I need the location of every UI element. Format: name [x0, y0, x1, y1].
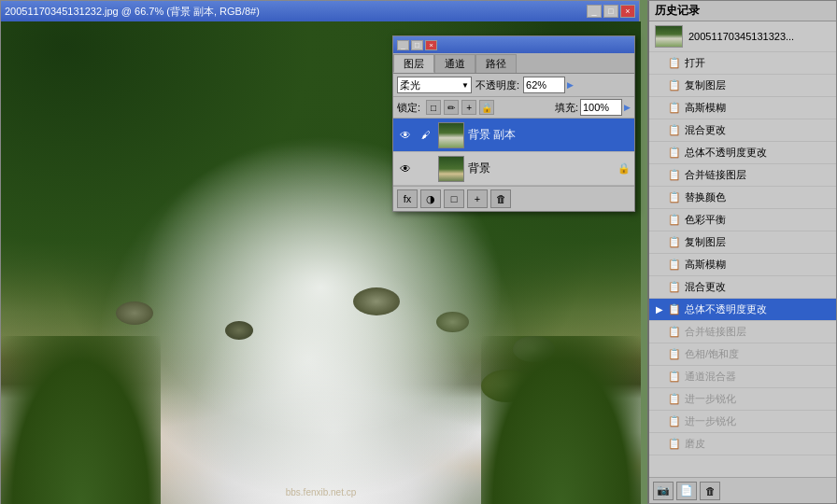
lock-transparency[interactable]: □ — [426, 100, 441, 115]
history-item-15[interactable]: 📋进一步锐化 — [649, 388, 836, 411]
history-delete[interactable]: 🗑 — [700, 482, 720, 500]
history-label-2: 高斯模糊 — [685, 101, 726, 115]
history-label-16: 进一步锐化 — [685, 414, 736, 428]
history-item-17[interactable]: 📋磨皮 — [649, 433, 836, 455]
blend-row: 柔光 ▼ 不透明度: 62% ▶ — [393, 74, 634, 97]
history-bottom-toolbar: 📷 📄 🗑 — [649, 477, 836, 503]
new-group-button[interactable]: □ — [444, 189, 464, 208]
close-button[interactable]: × — [620, 5, 635, 18]
history-item-11[interactable]: ▶📋总体不透明度更改 — [649, 299, 836, 321]
history-icon-7: 📋 — [668, 214, 681, 227]
history-item-4[interactable]: 📋总体不透明度更改 — [649, 142, 836, 164]
history-item-7[interactable]: 📋色彩平衡 — [649, 209, 836, 231]
history-item-14[interactable]: 📋通道混合器 — [649, 366, 836, 388]
lock-all[interactable]: 🔒 — [479, 100, 494, 115]
history-icon-6: 📋 — [668, 191, 681, 204]
current-marker-11: ▶ — [655, 305, 664, 315]
history-item-8[interactable]: 📋复制图层 — [649, 231, 836, 254]
history-label-17: 磨皮 — [685, 437, 705, 451]
history-label-1: 复制图层 — [685, 78, 726, 92]
snapshot-thumbnail — [655, 25, 683, 48]
history-icon-3: 📋 — [668, 124, 681, 137]
current-marker-5 — [655, 171, 664, 180]
lock-position[interactable]: + — [461, 100, 476, 115]
tab-channels[interactable]: 通道 — [434, 54, 475, 73]
eye-icon-2[interactable]: 👁 — [397, 161, 414, 177]
tab-bar: 图层 通道 路径 — [393, 53, 634, 74]
history-icon-5: 📋 — [668, 169, 681, 182]
history-icon-16: 📋 — [668, 415, 681, 428]
fill-field[interactable]: 100% — [580, 99, 622, 116]
layers-close[interactable]: × — [425, 40, 437, 50]
history-item-5[interactable]: 📋合并链接图层 — [649, 164, 836, 187]
history-item-1[interactable]: 📋复制图层 — [649, 75, 836, 97]
minimize-button[interactable]: _ — [587, 5, 602, 18]
tab-paths[interactable]: 路径 — [475, 54, 517, 73]
rock-4 — [436, 312, 469, 332]
history-item-16[interactable]: 📋进一步锐化 — [649, 411, 836, 433]
opacity-arrow[interactable]: ▶ — [567, 80, 574, 90]
history-icon-15: 📋 — [668, 393, 681, 406]
current-marker-6 — [655, 193, 664, 203]
history-list: 📋打开📋复制图层📋高斯模糊📋混合更改📋总体不透明度更改📋合并链接图层📋替换颜色📋… — [649, 52, 836, 461]
history-new-snapshot[interactable]: 📷 — [653, 482, 674, 500]
history-item-6[interactable]: 📋替换颜色 — [649, 187, 836, 209]
eye-icon-1[interactable]: 👁 — [397, 127, 414, 144]
current-marker-10 — [655, 283, 664, 292]
layer-list: 👁 🖌 背景 副本 👁 🖌 背景 🔒 — [393, 119, 634, 186]
history-item-2[interactable]: 📋高斯模糊 — [649, 97, 836, 119]
history-label-15: 进一步锐化 — [685, 392, 736, 406]
lock-label: 锁定: — [397, 101, 420, 115]
tab-layers[interactable]: 图层 — [393, 54, 434, 73]
history-snapshot[interactable]: 20051170345131323... — [649, 21, 836, 52]
history-label-8: 复制图层 — [685, 235, 726, 249]
layers-minimize[interactable]: _ — [397, 40, 409, 50]
delete-layer-button[interactable]: 🗑 — [490, 189, 511, 208]
new-layer-button[interactable]: + — [467, 189, 488, 208]
main-titlebar: 20051170345131232.jpg @ 66.7% (背景 副本, RG… — [1, 1, 639, 21]
layer-name-2: 背景 — [468, 161, 614, 176]
lock-paint[interactable]: ✏ — [444, 100, 459, 115]
layer-style-button[interactable]: fx — [397, 189, 418, 208]
opacity-field[interactable]: 62% — [523, 77, 565, 93]
main-window-title: 20051170345131232.jpg @ 66.7% (背景 副本, RG… — [5, 5, 260, 19]
restore-button[interactable]: □ — [603, 5, 618, 18]
blend-mode-select[interactable]: 柔光 ▼ — [397, 77, 472, 93]
history-item-12[interactable]: 📋合并链接图层 — [649, 321, 836, 343]
history-icon-9: 📋 — [668, 259, 681, 272]
history-item-9[interactable]: 📋高斯模糊 — [649, 254, 836, 276]
current-marker-3 — [655, 126, 664, 135]
fill-arrow[interactable]: ▶ — [624, 103, 631, 112]
history-item-10[interactable]: 📋混合更改 — [649, 276, 836, 299]
history-label-3: 混合更改 — [685, 123, 726, 137]
history-new-document[interactable]: 📄 — [676, 482, 697, 500]
vegetation-right — [481, 336, 641, 504]
history-label-9: 高斯模糊 — [685, 258, 726, 272]
history-label-10: 混合更改 — [685, 280, 726, 294]
current-marker-7 — [655, 216, 664, 225]
layers-restore[interactable]: □ — [411, 40, 423, 50]
watermark: bbs.fenxib.net.cp — [286, 487, 357, 497]
history-icon-0: 📋 — [668, 57, 681, 70]
history-item-0[interactable]: 📋打开 — [649, 52, 836, 75]
history-title: 历史记录 — [655, 3, 700, 19]
current-marker-4 — [655, 148, 664, 158]
current-marker-8 — [655, 238, 664, 247]
layer-item-2[interactable]: 👁 🖌 背景 🔒 — [393, 152, 634, 186]
snapshot-name: 20051170345131323... — [688, 31, 794, 42]
history-icon-8: 📋 — [668, 236, 681, 249]
history-item-3[interactable]: 📋混合更改 — [649, 119, 836, 142]
brush-icon-1: 🖌 — [418, 127, 434, 144]
history-label-11: 总体不透明度更改 — [685, 302, 767, 316]
history-label-14: 通道混合器 — [685, 370, 736, 384]
current-marker-9 — [655, 260, 664, 270]
layers-win-controls: _ □ × — [397, 40, 437, 50]
layer-item-1[interactable]: 👁 🖌 背景 副本 — [393, 119, 634, 152]
layers-bottom-toolbar: fx ◑ □ + 🗑 — [393, 186, 634, 211]
layer-mask-button[interactable]: ◑ — [420, 189, 441, 208]
history-label-5: 合并链接图层 — [685, 168, 746, 182]
history-item-13[interactable]: 📋色相/饱和度 — [649, 343, 836, 366]
history-label-4: 总体不透明度更改 — [685, 146, 767, 160]
layers-panel: _ □ × 图层 通道 路径 柔光 ▼ 不透明度: 62% ▶ 锁定: □ ✏ … — [392, 35, 635, 212]
opacity-label: 不透明度: — [475, 78, 519, 92]
